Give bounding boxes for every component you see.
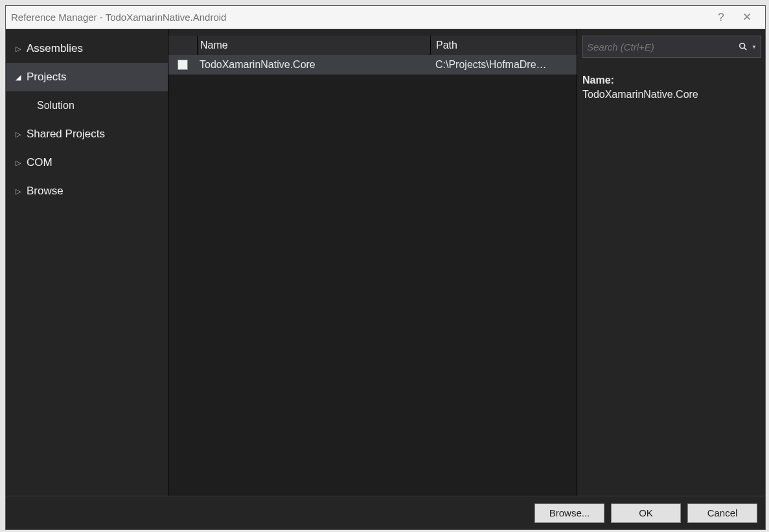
search-icon[interactable]: ▼ — [739, 42, 757, 51]
browse-button[interactable]: Browse... — [534, 503, 604, 523]
chevron-right-icon: ▷ — [14, 159, 23, 167]
list-row[interactable]: TodoXamarinNative.Core C:\Projects\Hofma… — [168, 55, 577, 75]
chevron-right-icon: ▷ — [14, 130, 23, 139]
list-empty-space — [168, 75, 577, 496]
svg-line-1 — [744, 48, 747, 51]
sidebar-item-assemblies[interactable]: ▷ Assemblies — [6, 34, 168, 63]
details-pane: ▼ Name: TodoXamarinNative.Core — [577, 29, 765, 496]
sidebar-item-label: COM — [27, 156, 52, 169]
sidebar-item-browse[interactable]: ▷ Browse — [6, 177, 168, 205]
chevron-right-icon: ▷ — [14, 187, 23, 196]
svg-point-0 — [740, 43, 745, 49]
sidebar-item-label: Browse — [27, 185, 63, 198]
cancel-button[interactable]: Cancel — [687, 503, 757, 523]
help-button[interactable]: ? — [708, 6, 734, 29]
ok-button[interactable]: OK — [611, 503, 681, 523]
content-area: ▷ Assemblies ◢ Projects Solution ▷ Share… — [6, 29, 765, 496]
row-checkbox[interactable] — [178, 60, 188, 70]
sidebar-item-label: Solution — [37, 100, 75, 111]
search-box[interactable]: ▼ — [582, 36, 761, 58]
row-path: C:\Projects\HofmaDre… — [430, 59, 577, 71]
sidebar: ▷ Assemblies ◢ Projects Solution ▷ Share… — [6, 29, 168, 496]
reference-manager-window: Reference Manager - TodoXamarinNative.An… — [5, 5, 766, 530]
details-name-value: TodoXamarinNative.Core — [582, 89, 765, 100]
titlebar: Reference Manager - TodoXamarinNative.An… — [6, 6, 765, 29]
sidebar-item-label: Shared Projects — [27, 128, 105, 141]
footer: Browse... OK Cancel — [6, 496, 765, 529]
chevron-down-icon: ◢ — [14, 73, 23, 82]
sidebar-item-com[interactable]: ▷ COM — [6, 148, 168, 177]
sidebar-subitem-solution[interactable]: Solution — [6, 91, 168, 120]
sidebar-item-shared-projects[interactable]: ▷ Shared Projects — [6, 120, 168, 148]
sidebar-item-label: Assemblies — [27, 42, 83, 55]
search-input[interactable] — [587, 41, 735, 52]
chevron-down-icon: ▼ — [752, 44, 757, 50]
sidebar-item-projects[interactable]: ◢ Projects — [6, 63, 168, 91]
row-name: TodoXamarinNative.Core — [197, 59, 430, 71]
reference-list: Name Path TodoXamarinNative.Core C:\Proj… — [168, 29, 577, 496]
column-header-path[interactable]: Path — [430, 36, 577, 55]
window-title: Reference Manager - TodoXamarinNative.An… — [11, 12, 708, 23]
list-header: Name Path — [168, 36, 577, 55]
details-name-label: Name: — [582, 75, 765, 86]
row-checkbox-cell — [168, 60, 197, 70]
column-header-name[interactable]: Name — [197, 36, 430, 55]
list-top-gap — [168, 29, 577, 36]
close-button[interactable]: ✕ — [734, 6, 760, 29]
sidebar-item-label: Projects — [27, 71, 66, 84]
chevron-right-icon: ▷ — [14, 45, 23, 53]
